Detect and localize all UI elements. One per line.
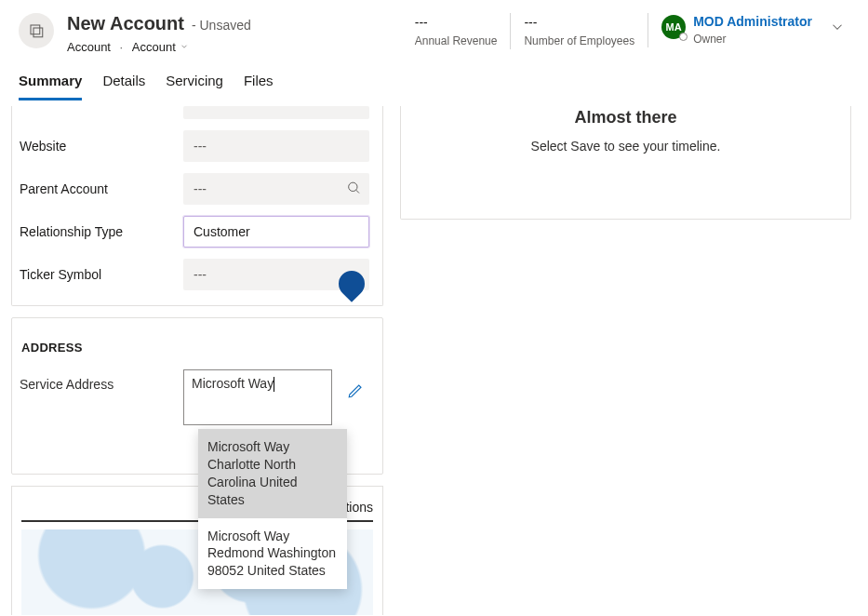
- header-field-owner[interactable]: MA MOD Administrator Owner: [648, 13, 821, 47]
- record-header: New Account - Unsaved Account · Account …: [0, 0, 868, 54]
- parent-account-value: ---: [194, 181, 207, 196]
- annual-revenue-value: ---: [415, 15, 498, 31]
- edit-address-button[interactable]: [347, 382, 364, 402]
- annual-revenue-label: Annual Revenue: [415, 34, 498, 47]
- relationship-type-label: Relationship Type: [16, 224, 174, 239]
- breadcrumb-entity[interactable]: Account: [67, 40, 111, 54]
- owner-initials: MA: [666, 21, 682, 33]
- website-value: ---: [194, 139, 207, 154]
- title-block: New Account - Unsaved Account · Account: [67, 13, 389, 54]
- timeline-message: Select Save to see your timeline.: [421, 139, 830, 154]
- ticker-symbol-label: Ticker Symbol: [16, 267, 174, 282]
- header-field-employees[interactable]: --- Number of Employees: [510, 13, 648, 49]
- row-website: Website ---: [16, 130, 369, 162]
- chevron-down-icon: [180, 40, 189, 54]
- breadcrumb: Account · Account: [67, 40, 389, 54]
- clipped-field[interactable]: [183, 106, 369, 119]
- left-column: Website --- Parent Account ---: [11, 106, 383, 597]
- account-info-card: Website --- Parent Account ---: [11, 106, 383, 306]
- service-address-value: Microsoft Way: [192, 376, 274, 391]
- body-area: Website --- Parent Account ---: [0, 100, 868, 597]
- svg-rect-1: [33, 28, 43, 37]
- ticker-symbol-value: ---: [194, 267, 207, 282]
- address-suggestion-item[interactable]: Microsoft Way Redmond Washington 98052 U…: [198, 518, 347, 590]
- header-field-annual-revenue[interactable]: --- Annual Revenue: [402, 13, 511, 49]
- row-ticker-symbol: Ticker Symbol ---: [16, 259, 369, 290]
- address-suggestions: Microsoft Way Charlotte North Carolina U…: [198, 429, 347, 589]
- breadcrumb-separator: ·: [120, 40, 124, 54]
- search-icon[interactable]: [346, 181, 361, 198]
- form-selector-label: Account: [132, 40, 176, 54]
- website-label: Website: [16, 139, 174, 154]
- tab-strip: Summary Details Servicing Files: [0, 54, 868, 100]
- parent-account-label: Parent Account: [16, 181, 174, 196]
- row-relationship-type: Relationship Type Customer: [16, 216, 369, 248]
- header-expand-button[interactable]: [821, 13, 849, 38]
- timeline-section: Almost there Select Save to see your tim…: [400, 106, 851, 220]
- tab-details[interactable]: Details: [102, 73, 145, 100]
- row-parent-account: Parent Account ---: [16, 173, 369, 205]
- tab-servicing[interactable]: Servicing: [166, 73, 223, 100]
- svg-rect-0: [31, 25, 40, 34]
- form-selector[interactable]: Account: [132, 40, 189, 54]
- relationship-type-value: Customer: [194, 224, 250, 239]
- entity-icon: [19, 13, 54, 48]
- account-info-section: Website --- Parent Account ---: [11, 106, 383, 306]
- timeline-heading: Almost there: [421, 106, 830, 127]
- tab-summary[interactable]: Summary: [19, 73, 82, 100]
- owner-label: Owner: [693, 33, 812, 46]
- address-suggestion-item[interactable]: Microsoft Way Charlotte North Carolina U…: [198, 429, 347, 518]
- owner-avatar: MA: [661, 15, 686, 39]
- svg-line-3: [356, 190, 359, 193]
- tab-files[interactable]: Files: [244, 73, 274, 100]
- parent-account-lookup[interactable]: ---: [183, 173, 369, 205]
- address-section-title: ADDRESS: [16, 326, 369, 358]
- relationship-type-input[interactable]: Customer: [183, 216, 369, 248]
- employees-value: ---: [524, 15, 634, 31]
- presence-indicator: [679, 33, 688, 41]
- unsaved-indicator: - Unsaved: [192, 18, 251, 33]
- svg-point-2: [349, 182, 357, 191]
- header-right: --- Annual Revenue --- Number of Employe…: [402, 13, 849, 49]
- service-address-label: Service Address: [16, 369, 174, 392]
- website-input[interactable]: ---: [183, 130, 369, 162]
- address-section: ADDRESS Service Address Microsoft Way Mi…: [11, 317, 383, 475]
- right-column: Almost there Select Save to see your tim…: [400, 106, 851, 597]
- text-caret: [274, 377, 274, 392]
- page-title: New Account: [67, 13, 184, 34]
- owner-name: MOD Administrator: [693, 15, 812, 29]
- employees-label: Number of Employees: [524, 34, 634, 47]
- row-service-address: Service Address Microsoft Way Microsoft …: [16, 369, 369, 425]
- service-address-input[interactable]: Microsoft Way: [183, 369, 332, 425]
